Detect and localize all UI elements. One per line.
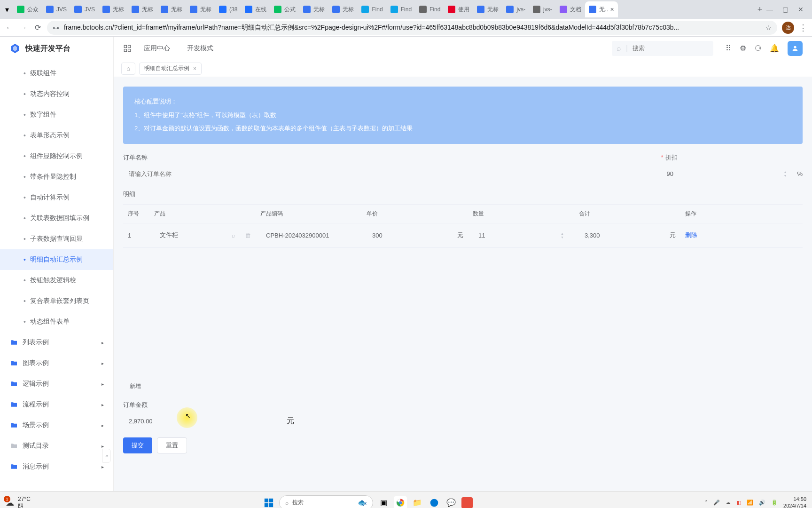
discount-spinner[interactable]: ▲▼ — [784, 170, 787, 177]
apps-grid-icon[interactable] — [123, 44, 132, 53]
sidebar-item[interactable]: 自动计算示例 — [0, 187, 113, 208]
tab-list-dropdown[interactable]: ▾ — [3, 5, 11, 14]
apps-icon[interactable]: ⠿ — [726, 44, 731, 53]
tray-battery-icon[interactable]: 🔋 — [771, 500, 778, 506]
add-row-button[interactable]: 新增 — [123, 380, 148, 393]
qty-input[interactable]: 11▲▼ — [473, 227, 570, 244]
browser-tab[interactable]: 无标 — [99, 1, 128, 17]
browser-tab[interactable]: JVS — [70, 1, 99, 17]
explorer-icon[interactable]: 📁 — [411, 496, 424, 508]
sidebar-folder[interactable]: 列表示例▸ — [0, 332, 113, 353]
app-icon[interactable] — [461, 497, 473, 508]
user-avatar-button[interactable] — [788, 41, 803, 56]
sidebar-item[interactable]: 动态组件表单 — [0, 311, 113, 332]
browser-tab[interactable]: 无标× — [585, 1, 618, 17]
browser-tab[interactable]: jvs- — [502, 1, 529, 17]
qty-spinner[interactable]: ▲▼ — [561, 232, 564, 239]
browser-tab[interactable]: 无标 — [186, 1, 215, 17]
address-bar[interactable]: ⊶ frame.bctools.cn/?client_id=frame#/myi… — [47, 21, 777, 35]
site-info-icon[interactable]: ⊶ — [53, 24, 59, 32]
nav-dev-mode[interactable]: 开发模式 — [187, 44, 213, 53]
browser-tab[interactable]: 无标 — [473, 1, 502, 17]
clock[interactable]: 14:50 2024/7/14 — [783, 496, 806, 508]
sidebar-folder[interactable]: 逻辑示例▸ — [0, 373, 113, 394]
task-view-icon[interactable]: ▣ — [377, 496, 390, 508]
browser-tab[interactable]: Find — [415, 1, 444, 17]
browser-tab[interactable]: Find — [358, 1, 386, 17]
sidebar-folder[interactable]: 消息示例▸ — [0, 456, 113, 477]
delete-icon[interactable]: 🗑 — [245, 232, 251, 239]
sidebar-folder[interactable]: 流程示例▸ — [0, 394, 113, 415]
bookmark-star-icon[interactable]: ☆ — [765, 24, 772, 32]
order-name-input[interactable] — [123, 166, 472, 183]
sidebar-item[interactable]: 子表数据查询回显 — [0, 229, 113, 249]
browser-tab[interactable]: 使用 — [444, 1, 473, 17]
forward-button[interactable]: → — [19, 24, 28, 32]
reset-button[interactable]: 重置 — [157, 437, 187, 453]
nav-app-center[interactable]: 应用中心 — [144, 44, 170, 53]
settings-gear-icon[interactable]: ⚙ — [740, 44, 746, 53]
sidebar-folder[interactable]: 测试目录▸ — [0, 436, 113, 456]
tray-app-icon[interactable]: ◧ — [736, 500, 741, 506]
search-input[interactable] — [632, 45, 694, 52]
taskbar-search[interactable]: ⌕搜索🐟 — [279, 495, 373, 508]
copilot-icon[interactable]: 💬 — [445, 496, 458, 508]
maximize-button[interactable]: ▢ — [782, 6, 789, 13]
code-input[interactable]: CPBH-2024032900001 — [260, 227, 357, 244]
close-window-button[interactable]: ✕ — [798, 6, 804, 13]
submit-button[interactable]: 提交 — [123, 437, 152, 453]
browser-tab[interactable]: 无标 — [128, 1, 157, 17]
tray-volume-icon[interactable]: 🔊 — [759, 500, 765, 506]
browser-tab[interactable]: Find — [387, 1, 415, 17]
search-box[interactable]: ⌕ | — [612, 41, 713, 56]
sidebar-item[interactable]: 明细自动汇总示例 — [0, 249, 113, 270]
sidebar-folder[interactable]: 图表示例▸ — [0, 353, 113, 373]
reload-button[interactable]: ⟳ — [33, 23, 42, 32]
config-icon[interactable]: ⚆ — [755, 44, 761, 53]
sidebar-collapse-button[interactable]: « — [102, 449, 111, 463]
browser-tab[interactable]: 无标 — [328, 1, 358, 17]
sidebar-item[interactable]: 关联表数据回填示例 — [0, 208, 113, 229]
browser-tab[interactable]: 公式 — [270, 1, 299, 17]
tray-chevron-icon[interactable]: ˄ — [705, 500, 708, 506]
product-lookup-input[interactable]: 文件柜⌕ — [154, 227, 241, 244]
sidebar-item[interactable]: 组件显隐控制示例 — [0, 146, 113, 167]
sidebar-item[interactable]: 动态内容控制 — [0, 84, 113, 104]
profile-avatar[interactable]: 达 — [782, 22, 794, 34]
home-tab[interactable]: ⌂ — [121, 63, 135, 75]
new-tab-button[interactable]: + — [753, 3, 766, 16]
browser-tab[interactable]: JVS — [42, 1, 70, 17]
browser-tab[interactable]: 无标 — [157, 1, 186, 17]
sidebar-item[interactable]: 数字组件 — [0, 104, 113, 125]
sidebar-item[interactable]: 按钮触发逻辑校 — [0, 270, 113, 291]
tray-mic-icon[interactable]: 🎤 — [713, 500, 720, 506]
notification-bell-icon[interactable]: 🔔 — [770, 44, 779, 53]
page-tab[interactable]: 明细自动汇总示例 × — [139, 63, 202, 75]
browser-menu-icon[interactable]: ⋮ — [799, 23, 807, 33]
price-input[interactable]: 300 — [367, 227, 453, 244]
chrome-icon[interactable] — [394, 496, 407, 508]
sidebar-item[interactable]: 表单形态示例 — [0, 125, 113, 146]
sidebar-item[interactable]: 带条件显隐控制 — [0, 167, 113, 187]
browser-tab[interactable]: 无标 — [299, 1, 328, 17]
sidebar-item[interactable]: 复合表单嵌套列表页 — [0, 291, 113, 311]
delete-row-link[interactable]: 删除 — [685, 231, 697, 238]
edge-icon[interactable] — [428, 496, 441, 508]
page-tab-close-icon[interactable]: × — [193, 65, 196, 72]
discount-input[interactable] — [666, 170, 783, 177]
tray-wifi-icon[interactable]: 📶 — [747, 500, 753, 506]
sidebar-item[interactable]: 级联组件 — [0, 63, 113, 84]
sidebar-folder[interactable]: 场景示例▸ — [0, 415, 113, 436]
lookup-search-icon[interactable]: ⌕ — [232, 232, 235, 239]
weather-widget[interactable]: ☁ 1 27°C 阴 — [6, 496, 31, 508]
tab-close-icon[interactable]: × — [610, 6, 614, 13]
back-button[interactable]: ← — [5, 24, 14, 32]
browser-tab[interactable]: (38 — [215, 1, 241, 17]
browser-tab[interactable]: 文档 — [556, 1, 585, 17]
browser-tab[interactable]: 在线 — [241, 1, 270, 17]
start-button[interactable] — [262, 496, 275, 508]
tray-onedrive-icon[interactable]: ☁ — [726, 500, 731, 506]
browser-tab[interactable]: 公众 — [13, 1, 42, 17]
minimize-button[interactable]: — — [766, 6, 773, 13]
logo-area[interactable]: 快速开发平台 — [0, 37, 113, 60]
